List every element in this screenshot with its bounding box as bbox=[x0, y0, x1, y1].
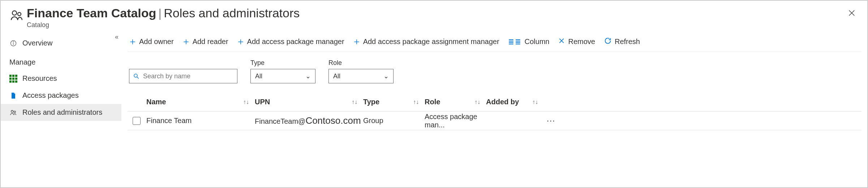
sort-icon: ↑↓ bbox=[474, 99, 480, 105]
sort-icon: ↑↓ bbox=[243, 99, 249, 105]
sidebar-item-label: Access packages bbox=[22, 91, 79, 100]
x-icon bbox=[558, 37, 565, 46]
add-reader-button[interactable]: Add reader bbox=[182, 38, 228, 46]
type-filter-label: Type bbox=[250, 59, 315, 67]
role-filter-select[interactable]: All ⌄ bbox=[328, 69, 394, 83]
column-header-added-by[interactable]: Added by↑↓ bbox=[486, 98, 544, 106]
add-owner-button[interactable]: Add owner bbox=[129, 38, 174, 46]
sidebar-item-roles-admins[interactable]: Roles and administrators bbox=[1, 104, 121, 121]
sort-icon: ↑↓ bbox=[352, 99, 357, 105]
row-checkbox[interactable] bbox=[133, 117, 141, 125]
people-icon bbox=[9, 109, 17, 117]
plus-icon bbox=[237, 38, 244, 45]
chevron-down-icon: ⌄ bbox=[383, 72, 389, 80]
remove-button[interactable]: Remove bbox=[558, 37, 595, 46]
sort-icon: ↑↓ bbox=[532, 99, 538, 105]
plus-icon bbox=[129, 38, 136, 45]
sidebar-item-label: Overview bbox=[22, 39, 52, 47]
svg-point-4 bbox=[13, 41, 13, 42]
command-toolbar: Add owner Add reader Add access package … bbox=[128, 33, 861, 52]
file-icon bbox=[9, 92, 17, 100]
svg-point-0 bbox=[12, 11, 17, 15]
svg-point-7 bbox=[134, 74, 137, 77]
catalog-people-icon bbox=[9, 6, 24, 21]
collapse-sidebar-button[interactable]: « bbox=[115, 33, 119, 41]
add-access-package-assignment-manager-button[interactable]: Add access package assignment manager bbox=[353, 38, 499, 46]
row-name: Finance Team bbox=[146, 117, 255, 125]
search-input-wrapper[interactable] bbox=[129, 69, 237, 83]
column-header-role[interactable]: Role↑↓ bbox=[425, 98, 486, 106]
row-type: Group bbox=[363, 117, 425, 125]
sidebar-item-label: Roles and administrators bbox=[22, 108, 102, 117]
svg-point-5 bbox=[11, 110, 13, 113]
row-actions-button[interactable]: ⋯ bbox=[544, 116, 558, 126]
sidebar: « Overview Manage Resources Access packa… bbox=[1, 32, 122, 187]
refresh-icon bbox=[604, 37, 612, 47]
refresh-button[interactable]: Refresh bbox=[604, 37, 640, 47]
svg-line-8 bbox=[137, 77, 139, 79]
column-header-upn[interactable]: UPN↑↓ bbox=[255, 98, 363, 106]
chevron-down-icon: ⌄ bbox=[305, 72, 311, 80]
type-filter-select[interactable]: All ⌄ bbox=[250, 69, 315, 83]
page-subtitle: Catalog bbox=[27, 21, 845, 29]
close-button[interactable] bbox=[845, 6, 859, 21]
row-upn: FinanceTeam@Contoso.com bbox=[255, 115, 363, 126]
column-header-type[interactable]: Type↑↓ bbox=[363, 98, 425, 106]
column-button[interactable]: ≣≣ Column bbox=[508, 38, 550, 46]
sidebar-item-label: Resources bbox=[22, 74, 57, 83]
column-header-name[interactable]: Name↑↓ bbox=[146, 98, 255, 106]
table-row[interactable]: Finance Team FinanceTeam@Contoso.com Gro… bbox=[128, 112, 861, 130]
plus-icon bbox=[353, 38, 360, 45]
sort-icon: ↑↓ bbox=[413, 99, 419, 105]
grid-icon bbox=[9, 75, 17, 83]
svg-point-6 bbox=[14, 111, 16, 113]
columns-icon: ≣≣ bbox=[508, 38, 522, 46]
page-title: Finance Team Catalog|Roles and administr… bbox=[27, 6, 845, 20]
add-access-package-manager-button[interactable]: Add access package manager bbox=[237, 38, 344, 46]
sidebar-item-overview[interactable]: Overview bbox=[1, 35, 121, 52]
sidebar-item-access-packages[interactable]: Access packages bbox=[1, 87, 121, 104]
sidebar-section-manage: Manage bbox=[1, 52, 121, 70]
sidebar-item-resources[interactable]: Resources bbox=[1, 70, 121, 87]
search-input[interactable] bbox=[142, 72, 233, 80]
roles-table: Name↑↓ UPN↑↓ Type↑↓ Role↑↓ Added by↑↓ bbox=[128, 93, 861, 130]
svg-point-1 bbox=[18, 13, 21, 16]
info-icon bbox=[9, 39, 17, 47]
plus-icon bbox=[182, 38, 190, 45]
row-role: Access package man... bbox=[425, 113, 486, 129]
search-icon bbox=[133, 73, 139, 79]
role-filter-label: Role bbox=[328, 59, 394, 67]
